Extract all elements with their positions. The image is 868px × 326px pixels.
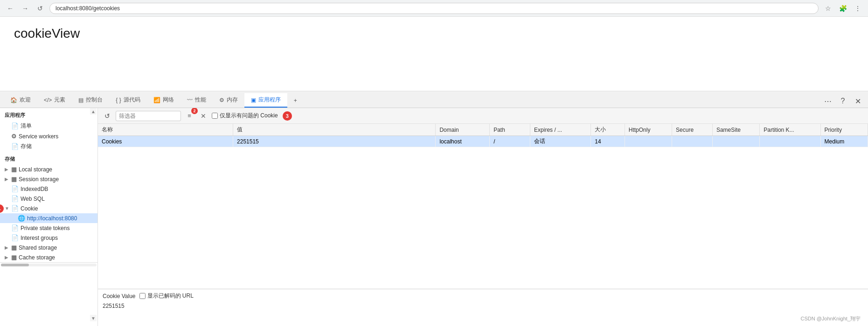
decode-url-label[interactable]: 显示已解码的 URL [139,292,194,300]
tab-console-label: 控制台 [86,96,103,104]
tab-elements[interactable]: </> 元素 [37,93,72,108]
filter-input[interactable] [116,111,181,121]
sidebar-scrollbar-thumb[interactable] [1,264,29,266]
sidebar-item-service-workers[interactable]: ⚙ Service workers [0,131,97,141]
tab-sources[interactable]: { } 源代码 [109,93,146,108]
sidebar-item-web-sql[interactable]: 📄 Web SQL [0,194,97,204]
cell-size: 14 [591,136,625,147]
sidebar-item-cache-storage[interactable]: ▶ ▦ Cache storage [0,252,97,262]
refresh-button[interactable]: ↺ [35,3,46,14]
clear-filter-button[interactable]: ✕ [198,110,209,122]
url-bar[interactable]: localhost:8080/getcookies [49,3,819,14]
nav-back-button[interactable]: ← [5,3,16,14]
performance-icon: 〰 [187,97,193,103]
sidebar-item-shared-storage[interactable]: ▶ ▦ Shared storage [0,243,97,252]
memory-icon: ⚙ [219,97,224,103]
console-icon: ▤ [78,97,83,103]
local-storage-icon: ▦ [11,166,17,173]
col-samesite[interactable]: SameSite [712,124,759,136]
sidebar-item-local-storage[interactable]: ▶ ▦ Local storage [0,164,97,174]
col-secure[interactable]: Secure [672,124,713,136]
cache-storage-arrow: ▶ [5,255,9,260]
sidebar-horizontal-scrollbar[interactable] [0,262,97,267]
cookie-table-header: 名称 值 Domain Path Expires / ... 大小 HttpOn… [98,124,868,136]
table-row[interactable]: Cookies 2251515 localhost / 会话 14 Medium [98,136,868,147]
sidebar-item-storage[interactable]: 📄 存储 [0,141,97,152]
decode-url-text: 显示已解码的 URL [147,292,194,300]
sidebar-item-session-storage[interactable]: ▶ ▦ Session storage [0,174,97,184]
more-tabs-button[interactable]: ⋯ [821,95,834,108]
page-content: cookieView [0,17,868,91]
cookie-value-header: Cookie Value 显示已解码的 URL [103,292,863,300]
tab-application-label: 应用程序 [258,96,281,104]
devtools-panel: 🏠 欢迎 </> 元素 ▤ 控制台 { } 源代码 📶 网络 〰 性能 ⚙ 内存… [0,91,868,326]
cookie-value-panel: Cookie Value 显示已解码的 URL 2251515 [98,289,868,326]
problems-only-checkbox-label[interactable]: 仅显示有问题的 Cookie [212,112,278,120]
manifest-label: 清单 [21,122,32,130]
private-state-tokens-icon: 📄 [11,224,19,231]
sidebar-item-indexeddb[interactable]: 📄 IndexedDB [0,184,97,194]
col-path[interactable]: Path [490,124,530,136]
decode-url-checkbox[interactable] [139,293,146,299]
application-icon: ▣ [251,97,256,103]
main-panel: ↺ ≡ 2 ✕ 仅显示有问题的 Cookie 3 [98,108,868,326]
refresh-cookies-button[interactable]: ↺ [102,110,113,122]
sidebar-scroll-down-button[interactable]: ▼ [90,315,97,321]
extensions-button[interactable]: 🧩 [837,3,848,14]
menu-button[interactable]: ⋮ [852,3,863,14]
tab-application[interactable]: ▣ 应用程序 [244,93,287,108]
sidebar-item-cookie[interactable]: 1 ▼ 📄 Cookie [0,204,97,213]
problems-only-checkbox[interactable] [212,113,218,119]
shared-storage-icon: ▦ [11,244,17,251]
sources-icon: { } [116,97,121,103]
bookmark-button[interactable]: ☆ [822,3,833,14]
cell-partition-key [760,136,820,147]
add-tab-icon: + [294,97,297,104]
col-priority[interactable]: Priority [820,124,868,136]
sidebar: ▲ 应用程序 📄 清单 ⚙ Service workers 📄 存储 存储 [0,108,98,326]
nav-forward-button[interactable]: → [20,3,31,14]
tab-welcome[interactable]: 🏠 欢迎 [4,93,37,108]
help-button[interactable]: ? [836,95,849,108]
tab-add[interactable]: + [287,95,304,108]
cache-storage-label: Cache storage [19,254,55,261]
local-storage-arrow: ▶ [5,167,9,172]
col-size[interactable]: 大小 [591,124,625,136]
close-devtools-button[interactable]: ✕ [851,95,864,108]
sidebar-item-manifest[interactable]: 📄 清单 [0,121,97,131]
home-icon: 🏠 [10,97,17,103]
col-partition-key[interactable]: Partition K... [760,124,820,136]
sidebar-item-private-state-tokens[interactable]: 📄 Private state tokens [0,223,97,233]
cell-domain: localhost [436,136,490,147]
cookie-table-container[interactable]: 名称 值 Domain Path Expires / ... 大小 HttpOn… [98,124,868,289]
col-name[interactable]: 名称 [98,124,233,136]
app-section-label: 应用程序 [0,108,97,121]
tab-network[interactable]: 📶 网络 [147,93,181,108]
tab-performance[interactable]: 〰 性能 [181,93,213,108]
interest-groups-icon: 📄 [11,234,19,241]
filter-options-button[interactable]: ≡ 2 [184,110,195,122]
storage-section-label: 存储 [0,152,97,164]
service-workers-label: Service workers [19,133,58,140]
elements-icon: </> [44,97,52,103]
cell-samesite [712,136,759,147]
tab-memory[interactable]: ⚙ 内存 [213,93,244,108]
browser-bar: ← → ↺ localhost:8080/getcookies ☆ 🧩 ⋮ [0,0,868,17]
badge-3: 3 [283,111,292,121]
tab-sources-label: 源代码 [124,96,140,104]
sidebar-item-interest-groups[interactable]: 📄 Interest groups [0,233,97,243]
filter-options-icon: ≡ [187,112,191,119]
tab-console[interactable]: ▤ 控制台 [72,93,109,108]
col-expires[interactable]: Expires / ... [530,124,591,136]
col-httponly[interactable]: HttpOnly [625,124,672,136]
storage-label: 存储 [21,143,32,150]
cookie-icon: 📄 [11,205,19,212]
col-domain[interactable]: Domain [436,124,490,136]
badge-2: 2 [191,108,198,114]
sidebar-item-cookie-localhost[interactable]: 🌐 http://localhost:8080 [0,213,97,223]
sidebar-scroll-up-button[interactable]: ▲ [90,108,97,115]
col-value[interactable]: 值 [233,124,436,136]
cookie-table: 名称 值 Domain Path Expires / ... 大小 HttpOn… [98,124,868,147]
local-storage-label: Local storage [19,166,52,173]
session-storage-arrow: ▶ [5,177,9,182]
